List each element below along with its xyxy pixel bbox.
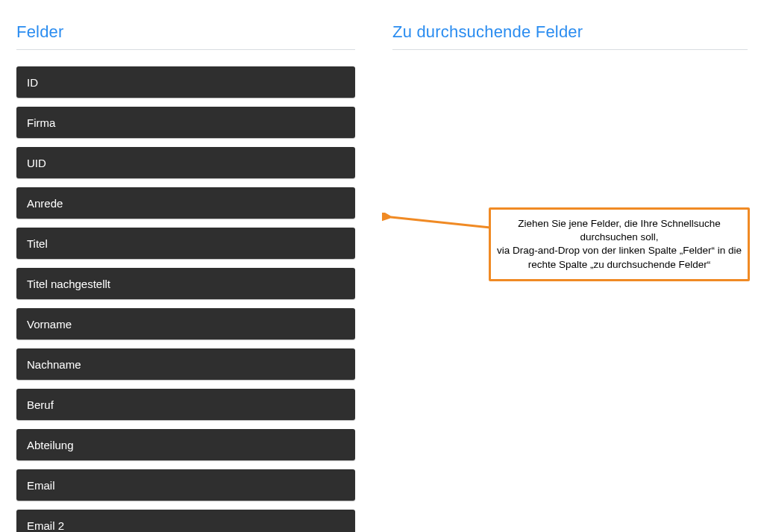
field-item[interactable]: Titel nachgestellt — [16, 268, 355, 299]
help-callout-line2: via Drag-and-Drop von der linken Spalte … — [497, 245, 742, 269]
field-item[interactable]: Beruf — [16, 389, 355, 420]
field-item[interactable]: UID — [16, 147, 355, 178]
help-callout-line1: Ziehen Sie jene Felder, die Ihre Schnell… — [518, 218, 721, 242]
available-fields-column: Felder ID Firma UID Anrede Titel Titel n… — [16, 22, 355, 532]
field-item[interactable]: Anrede — [16, 187, 355, 219]
help-callout: Ziehen Sie jene Felder, die Ihre Schnell… — [489, 207, 750, 281]
field-item[interactable]: Vorname — [16, 308, 355, 339]
field-item[interactable]: Abteilung — [16, 429, 355, 460]
field-item[interactable]: Email 2 — [16, 510, 355, 532]
available-fields-list[interactable]: ID Firma UID Anrede Titel Titel nachgest… — [16, 66, 355, 532]
search-fields-title: Zu durchsuchende Felder — [392, 22, 748, 50]
field-item[interactable]: Email — [16, 469, 355, 501]
field-item[interactable]: Firma — [16, 107, 355, 138]
field-item[interactable]: Titel — [16, 228, 355, 259]
field-item[interactable]: Nachname — [16, 348, 355, 380]
field-item[interactable]: ID — [16, 66, 355, 98]
available-fields-title: Felder — [16, 22, 355, 50]
